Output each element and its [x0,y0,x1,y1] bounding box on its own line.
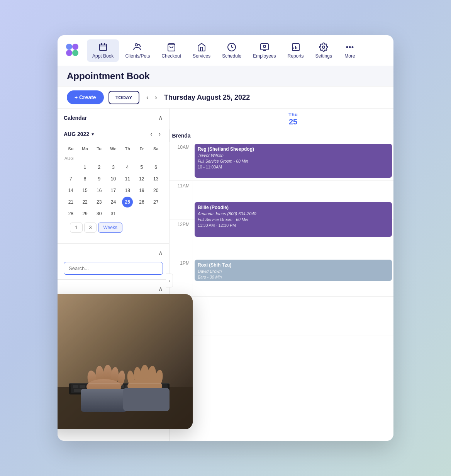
today-button[interactable]: TODAY [109,91,139,104]
nav-item-settings[interactable]: Settings [310,39,337,62]
svg-point-0 [66,44,72,50]
next-date-button[interactable]: › [153,92,159,103]
cal-day-9[interactable]: 9 [94,173,105,184]
time-label-11am: 11AM [170,181,193,219]
cal-day-2[interactable]: 2 [94,162,105,173]
section3-collapse-button[interactable]: ∧ [158,285,163,292]
slot-1pm: 1PM Roxi (Shih Tzu) David Brown Ears - 3… [170,258,393,297]
time-label-1pm: 1PM [170,258,193,297]
cal-day-1[interactable]: 1 [80,162,90,173]
create-button[interactable]: + Create [67,90,104,104]
cal-day-15[interactable]: 15 [80,185,90,196]
view-1-button[interactable]: 1 [70,223,83,233]
appointment-reg[interactable]: Reg (Shetland Sheepdog) Trevor Wilson Fu… [195,144,392,178]
appt-pet-name-roxi: Roxi (Shih Tzu) [198,262,389,269]
cal-day-12[interactable]: 12 [136,173,147,184]
photo-card [58,294,193,429]
cal-day-29[interactable]: 29 [80,208,90,219]
nav-item-appt-book[interactable]: Appt Book [87,39,119,62]
mini-calendar: AUG 2022 ▼ ‹ › Su Mo Tu We [58,127,169,243]
nav-item-services[interactable]: Services [187,39,216,62]
cal-day-20[interactable]: 20 [151,185,161,196]
cal-empty-1 [122,208,133,219]
appointment-roxi[interactable]: Roxi (Shih Tzu) David Brown Ears - 30 Mi… [195,260,392,281]
appointment-billie[interactable]: Billie (Poodle) Amanda Jones (800) 604-2… [195,202,392,237]
appt-service: Full Service Groom - 60 Min [198,158,389,164]
view-weeks-button[interactable]: Weeks [98,223,122,233]
cal-day-27[interactable]: 27 [151,197,161,207]
svg-rect-11 [261,44,268,50]
cal-day-28[interactable]: 28 [65,208,76,219]
cal-day-13[interactable]: 13 [151,173,161,184]
cal-day-31[interactable]: 31 [108,208,119,219]
calendar-collapse-button[interactable]: ∧ [158,114,163,121]
cal-day-empty [65,162,76,173]
nav-item-clients-pets[interactable]: Clients/Pets [120,39,155,62]
cal-day-30[interactable]: 30 [94,208,105,219]
nav-item-checkout[interactable]: Checkout [156,39,187,62]
cal-day-4[interactable]: 4 [122,162,133,173]
svg-point-3 [72,50,78,56]
cal-nav: ‹ › [148,130,163,138]
cal-week-2: 7 8 9 10 11 12 13 [64,173,163,185]
cal-day-21[interactable]: 21 [65,197,76,207]
cal-day-17[interactable]: 17 [108,185,119,196]
slot-col-10am[interactable]: Reg (Shetland Sheepdog) Trevor Wilson Fu… [193,142,393,181]
cal-prev-button[interactable]: ‹ [148,130,154,138]
appt-service-billie: Full Service Groom - 60 Min [198,217,389,223]
page-title: Appointment Book [67,71,150,82]
cal-month-label: AUG 2022 ▼ [64,131,95,137]
appt-owner-roxi: David Brown [198,269,389,274]
svg-point-2 [66,50,72,56]
section2-collapse-button[interactable]: ∧ [158,249,163,257]
cal-day-8[interactable]: 8 [80,173,90,184]
cal-header-fr: Fr [136,143,147,154]
slot-10am: 10AM Reg (Shetland Sheepdog) Trevor Wils… [170,142,393,181]
cal-day-26[interactable]: 26 [136,197,147,207]
slot-col-12pm[interactable]: Billie (Poodle) Amanda Jones (800) 604-2… [193,219,393,258]
cal-day-18[interactable]: 18 [122,185,133,196]
logo[interactable] [64,41,82,60]
cal-day-22[interactable]: 22 [80,197,90,207]
appt-pet-name: Reg (Shetland Sheepdog) [198,146,389,153]
cal-day-7[interactable]: 7 [65,173,76,184]
appt-time-billie: 11:30 AM - 12:30 PM [198,223,389,228]
cal-week-3: 14 15 16 17 18 19 20 [64,185,163,196]
cal-day-5[interactable]: 5 [136,162,147,173]
cal-week-1: 1 2 3 4 5 6 [64,162,163,173]
cal-day-16[interactable]: 16 [94,185,105,196]
nav-label-reports: Reports [288,53,304,59]
time-label-10am: 10AM [170,142,193,181]
cal-header-mo: Mo [80,143,90,154]
nav-item-more[interactable]: More [338,39,361,62]
slot-col-1pm[interactable]: Roxi (Shih Tzu) David Brown Ears - 30 Mi… [193,258,393,297]
day-name: Thu [193,112,393,117]
cal-day-24[interactable]: 24 [108,197,119,207]
cal-day-10[interactable]: 10 [108,173,119,184]
cal-day-25[interactable]: 25 [122,197,133,207]
nav-label-employees: Employees [253,53,276,59]
date-navigation: ‹ › [144,92,159,103]
cal-day-6[interactable]: 6 [151,162,161,173]
time-slots-container: 10AM Reg (Shetland Sheepdog) Trevor Wils… [170,142,393,335]
cal-next-button[interactable]: › [156,130,163,138]
sidebar-collapse-tab[interactable]: ‹ [166,274,173,287]
cal-header-su: Su [65,143,76,154]
time-gutter-header [170,109,193,129]
cal-day-19[interactable]: 19 [136,185,147,196]
view-3-button[interactable]: 3 [84,223,97,233]
nav-item-schedule[interactable]: Schedule [217,39,247,62]
svg-rect-67 [69,383,170,384]
cal-day-11[interactable]: 11 [122,173,133,184]
cal-day-3[interactable]: 3 [108,162,119,173]
cal-day-23[interactable]: 23 [94,197,105,207]
nav-label-checkout: Checkout [161,53,181,59]
calendar-section-header: Calendar ∧ [58,109,169,127]
prev-date-button[interactable]: ‹ [144,92,151,103]
slot-col-2pm[interactable] [193,297,393,335]
nav-item-employees[interactable]: Employees [248,39,281,62]
nav-item-reports[interactable]: Reports [282,39,309,62]
photo-placeholder [58,294,193,429]
search-input[interactable] [64,262,163,275]
cal-day-14[interactable]: 14 [65,185,76,196]
